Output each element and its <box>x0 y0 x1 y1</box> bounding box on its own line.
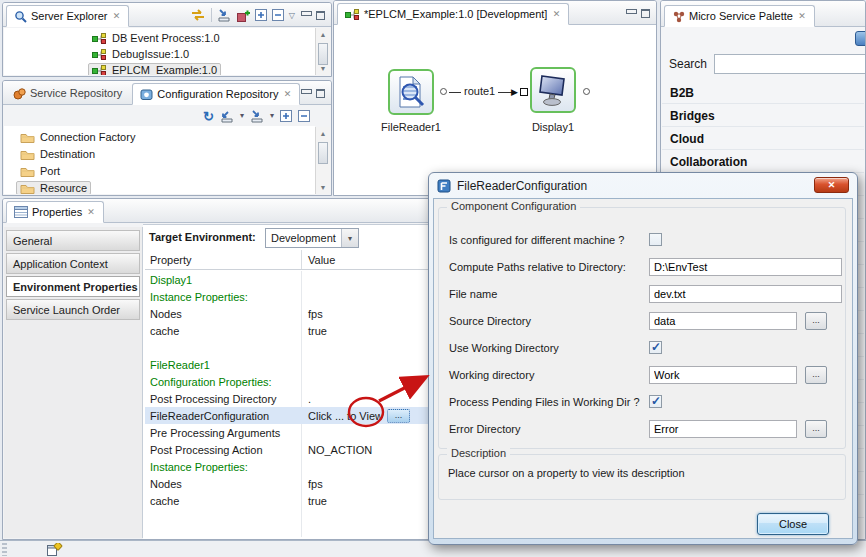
folder-icon <box>20 165 35 177</box>
expand-all-icon[interactable] <box>280 110 292 122</box>
minimize-icon[interactable] <box>301 11 310 20</box>
node-display[interactable] <box>530 67 576 113</box>
browse-button[interactable]: ... <box>805 420 827 438</box>
tree-item[interactable]: EPLCM_Example:1.0 <box>4 62 315 75</box>
chevron-down-icon[interactable] <box>341 229 358 247</box>
import-icon[interactable] <box>217 9 231 22</box>
palette-category[interactable]: Collaboration <box>662 150 864 173</box>
properties-side-tab[interactable]: General <box>6 230 140 251</box>
repository-tabbar: Service Repository Configuration Reposit… <box>3 81 331 105</box>
close-icon[interactable] <box>86 207 96 217</box>
component-icon <box>92 33 107 44</box>
maximize-icon[interactable] <box>641 9 650 18</box>
browse-button[interactable]: ... <box>805 366 827 384</box>
palette-category-label: Bridges <box>670 109 715 123</box>
scroll-down-icon[interactable] <box>316 62 330 75</box>
repository-toolbar: ↻ ▾ ▾ <box>4 106 315 126</box>
field-label: Use Working Directory <box>449 342 649 354</box>
collapse-all-icon[interactable] <box>272 9 284 21</box>
dialog-close-button[interactable] <box>814 177 849 193</box>
output-port-icon[interactable] <box>583 88 590 95</box>
close-icon[interactable] <box>797 11 807 21</box>
scroll-up-icon[interactable] <box>316 28 330 41</box>
tab-server-explorer[interactable]: Server Explorer <box>6 5 129 27</box>
text-field[interactable] <box>649 420 797 438</box>
component-icon <box>92 65 107 76</box>
workbench: Server Explorer <box>0 0 866 557</box>
checkbox[interactable] <box>649 233 662 246</box>
checkbox[interactable] <box>649 341 662 354</box>
route-label[interactable]: route1 <box>461 85 498 97</box>
palette-category[interactable]: Cloud <box>662 127 864 150</box>
config-field-row: Is configured for different machine ? <box>439 226 845 253</box>
trim-grip[interactable] <box>2 543 7 556</box>
scroll-up-icon[interactable] <box>316 127 330 140</box>
tab-service-repository[interactable]: Service Repository <box>6 82 129 104</box>
flow-canvas[interactable]: FileReader1 route1 ▶ Display1 <box>335 26 655 194</box>
checkbox[interactable] <box>649 395 662 408</box>
scroll-down-icon[interactable] <box>316 181 330 194</box>
description-text: Place cursor on a property to view its d… <box>448 467 685 479</box>
property-name: Post Processing Action <box>145 444 303 456</box>
view-menu-icon[interactable] <box>289 11 295 20</box>
tab-label: Server Explorer <box>31 10 107 22</box>
tree-item[interactable]: DB Event Process:1.0 <box>4 30 315 46</box>
property-value-text: true <box>308 325 327 337</box>
properties-side-tab[interactable]: Service Launch Order <box>6 299 140 320</box>
palette-corner-icon[interactable] <box>855 31 866 46</box>
properties-side-tab[interactable]: Environment Properties <box>6 276 140 297</box>
tree-item[interactable]: Resource <box>4 179 315 194</box>
field-label: Compute Paths relative to Directory: <box>449 261 649 273</box>
scrollbar[interactable] <box>315 28 330 75</box>
tree-item[interactable]: Connection Factory <box>4 128 315 145</box>
dialog-titlebar[interactable]: FileReaderConfiguration <box>429 173 857 198</box>
properties-side-tab[interactable]: Application Context <box>6 253 140 274</box>
maximize-icon[interactable] <box>316 11 325 20</box>
palette-category[interactable]: B2B <box>662 81 864 104</box>
tab-editor[interactable]: *EPLCM_Example:1.0 [Development] <box>337 3 569 25</box>
node-filereader[interactable] <box>388 69 434 115</box>
minimize-icon[interactable] <box>301 89 310 98</box>
fast-view-icon[interactable] <box>46 543 63 557</box>
toolbar-separator <box>211 8 212 22</box>
add-service-icon[interactable] <box>236 9 250 22</box>
target-environment-select[interactable]: Development <box>265 228 359 248</box>
tree-item[interactable]: Destination <box>4 145 315 162</box>
input-port-icon[interactable] <box>520 88 528 96</box>
scrollbar[interactable] <box>315 127 330 194</box>
expand-all-icon[interactable] <box>255 9 267 21</box>
tree-item[interactable]: Port <box>4 162 315 179</box>
close-button[interactable]: Close <box>757 513 829 535</box>
field-label: Process Pending Files in Working Dir ? <box>449 396 649 408</box>
palette-category[interactable]: Bridges <box>662 104 864 127</box>
collapse-all-icon[interactable] <box>298 110 310 122</box>
text-field[interactable] <box>649 258 842 276</box>
import-icon[interactable] <box>250 110 264 123</box>
export-icon[interactable] <box>220 110 234 123</box>
close-icon[interactable] <box>111 11 121 21</box>
dropdown-arrow-icon[interactable]: ▾ <box>240 112 244 120</box>
browse-button[interactable]: ... <box>805 312 827 330</box>
tab-properties[interactable]: Properties <box>6 201 104 223</box>
search-input[interactable] <box>714 54 866 74</box>
dropdown-arrow-icon[interactable]: ▾ <box>270 112 274 120</box>
scroll-thumb[interactable] <box>318 142 328 164</box>
component-configuration-group: Component Configuration Is configured fo… <box>438 207 846 449</box>
maximize-icon[interactable] <box>316 89 325 98</box>
property-value-text: fps <box>308 308 323 320</box>
close-icon[interactable] <box>282 89 292 99</box>
tab-configuration-repository[interactable]: Configuration Repository <box>132 83 300 105</box>
sync-servers-icon[interactable] <box>190 9 206 21</box>
server-explorer-panel: Server Explorer <box>2 2 332 77</box>
text-field[interactable] <box>649 285 842 303</box>
tab-micro-service-palette[interactable]: Micro Service Palette <box>664 5 815 27</box>
minimize-icon[interactable] <box>626 9 635 18</box>
palette-category-label: B2B <box>670 86 694 100</box>
refresh-icon[interactable]: ↻ <box>203 110 214 123</box>
close-icon[interactable] <box>551 9 561 19</box>
tree-item[interactable]: DebugIssue:1.0 <box>4 46 315 62</box>
browse-cell-button[interactable]: ... <box>387 409 410 423</box>
output-port-icon[interactable] <box>440 88 447 95</box>
text-field[interactable] <box>649 366 797 384</box>
text-field[interactable] <box>649 312 797 330</box>
